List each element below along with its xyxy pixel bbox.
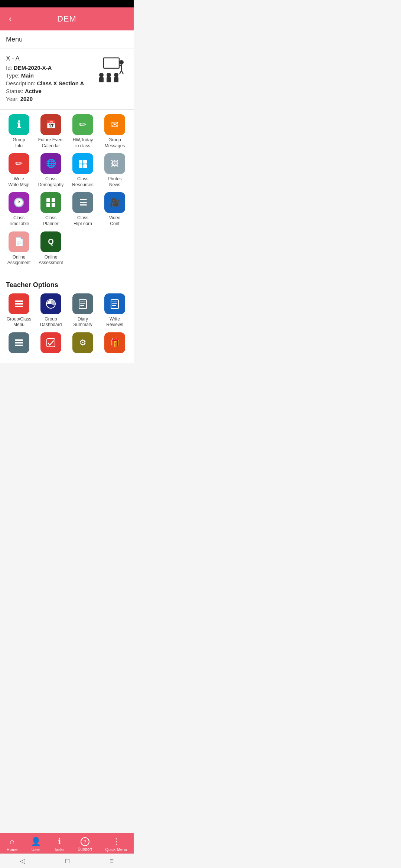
class-resources-label: ClassResources — [72, 176, 93, 188]
year-label: Year: — [6, 96, 19, 102]
grid-item-video-conf[interactable]: 🎥 VideoConf — [100, 192, 130, 227]
main-grid: ℹ GroupInfo 📅 Future EventCalendar ✏ HW,… — [0, 110, 134, 275]
svg-rect-32 — [80, 303, 85, 304]
svg-rect-35 — [112, 302, 117, 302]
class-type-row: Type: Main — [6, 72, 94, 79]
group-messages-label: GroupMessages — [105, 137, 125, 149]
grid-item-teacher-tools[interactable]: ⚙ — [68, 332, 98, 355]
future-event-label: Future EventCalendar — [38, 137, 64, 149]
grid-item-group-class-menu[interactable]: Group/ClassMenu — [4, 293, 34, 328]
svg-rect-33 — [80, 305, 84, 306]
online-assignment-label: OnlineAssignment — [7, 254, 31, 266]
svg-rect-40 — [15, 345, 23, 346]
svg-rect-9 — [99, 77, 104, 82]
grid-item-class-demography[interactable]: 🌐 ClassDemography — [36, 153, 66, 188]
grid-item-online-assignment[interactable]: 📄 OnlineAssignment — [4, 231, 34, 266]
teacher-grid-row-1: Group/ClassMenu GroupDashboard — [3, 293, 131, 328]
class-demography-label: ClassDemography — [38, 176, 64, 188]
class-fliplearn-label: ClassFlipLearn — [74, 215, 92, 227]
svg-rect-17 — [52, 198, 55, 202]
status-bar — [0, 0, 134, 7]
svg-rect-24 — [79, 202, 80, 203]
svg-rect-11 — [114, 77, 118, 82]
teacher-tools-icon: ⚙ — [72, 332, 93, 353]
online-assessment-label: OnlineAssessment — [39, 254, 63, 266]
photos-news-label: PhotosNews — [108, 176, 121, 188]
svg-point-1 — [119, 60, 124, 65]
teacher-illustration-icon — [96, 55, 126, 85]
grid-item-class-resources[interactable]: ClassResources — [68, 153, 98, 188]
svg-rect-28 — [15, 306, 23, 307]
svg-rect-15 — [83, 164, 87, 168]
grid-item-class-timetable[interactable]: 🕐 ClassTimeTable — [4, 192, 34, 227]
status-label: Status: — [6, 88, 23, 94]
teacher-options-title: Teacher Options — [3, 280, 131, 293]
group-info-label: GroupInfo — [13, 137, 25, 149]
grid-item-hw-today[interactable]: ✏ HW,Todayin class — [68, 114, 98, 149]
svg-rect-0 — [104, 58, 119, 68]
app-header: ‹ DEM — [0, 7, 134, 30]
svg-rect-37 — [112, 305, 116, 306]
group-class-menu-label: Group/ClassMenu — [7, 316, 32, 328]
grid-item-group-dashboard[interactable]: GroupDashboard — [36, 293, 66, 328]
class-icon-area — [94, 55, 128, 85]
svg-rect-12 — [79, 160, 82, 164]
group-class-menu-icon — [9, 293, 29, 314]
class-desc-row: Description: Class X Section A — [6, 80, 94, 86]
class-id-value: DEM-2020-X-A — [14, 65, 52, 71]
class-resources-icon — [72, 153, 93, 174]
grid-item-group-info[interactable]: ℹ GroupInfo — [4, 114, 34, 149]
svg-line-4 — [120, 70, 121, 74]
hw-today-label: HW,Todayin class — [73, 137, 93, 149]
svg-rect-36 — [112, 303, 117, 304]
teacher-check-icon — [40, 332, 61, 353]
online-assignment-icon: 📄 — [9, 231, 29, 252]
grid-item-class-fliplearn[interactable]: ClassFlipLearn — [68, 192, 98, 227]
grid-item-diary-summary[interactable]: DiarySummary — [68, 293, 98, 328]
svg-rect-13 — [83, 160, 87, 164]
class-planner-icon — [40, 192, 61, 213]
svg-point-7 — [107, 73, 111, 77]
grid-item-photos-news[interactable]: 🖼 PhotosNews — [100, 153, 130, 188]
grid-item-teacher-list[interactable] — [4, 332, 34, 355]
svg-rect-27 — [15, 303, 23, 305]
class-desc-value: Class X Section A — [37, 80, 84, 86]
write-msg-icon: ✏ — [9, 153, 29, 174]
grid-row-3: 🕐 ClassTimeTable ClassPlanner — [3, 192, 131, 227]
grid-item-write-reviews[interactable]: WriteReviews — [100, 293, 130, 328]
hw-today-icon: ✏ — [72, 114, 93, 135]
class-name: X - A — [6, 55, 94, 62]
group-info-icon: ℹ — [9, 114, 29, 135]
grid-item-write-msg[interactable]: ✏ WriteWrite Msg! — [4, 153, 34, 188]
teacher-gift-icon: 🎁 — [104, 332, 125, 353]
group-messages-icon: ✉ — [104, 114, 125, 135]
svg-rect-14 — [79, 164, 82, 168]
grid-item-online-assessment[interactable]: Q OnlineAssessment — [36, 231, 66, 266]
svg-rect-26 — [15, 300, 23, 302]
diary-summary-icon — [72, 293, 93, 314]
write-msg-label: WriteWrite Msg! — [8, 176, 29, 188]
grid-item-future-event[interactable]: 📅 Future EventCalendar — [36, 114, 66, 149]
svg-rect-16 — [46, 198, 50, 202]
class-year-value: 2020 — [20, 96, 33, 102]
future-event-icon: 📅 — [40, 114, 61, 135]
class-info-section: X - A Id: DEM-2020-X-A Type: Main Descri… — [0, 49, 134, 110]
back-button[interactable]: ‹ — [6, 13, 14, 25]
grid-item-teacher-gift[interactable]: 🎁 — [100, 332, 130, 355]
grid-item-class-planner[interactable]: ClassPlanner — [36, 192, 66, 227]
svg-rect-23 — [79, 199, 80, 200]
svg-point-8 — [114, 73, 118, 77]
grid-item-teacher-check[interactable] — [36, 332, 66, 355]
class-planner-label: ClassPlanner — [43, 215, 58, 227]
video-conf-icon: 🎥 — [104, 192, 125, 213]
grid-item-group-messages[interactable]: ✉ GroupMessages — [100, 114, 130, 149]
diary-summary-label: DiarySummary — [73, 316, 92, 328]
menu-label: Menu — [0, 30, 134, 49]
grid-row-2: ✏ WriteWrite Msg! 🌐 ClassDemography Clas… — [3, 153, 131, 188]
class-info-text: X - A Id: DEM-2020-X-A Type: Main Descri… — [6, 55, 94, 103]
svg-rect-38 — [15, 339, 23, 341]
grid-row-4: 📄 OnlineAssignment Q OnlineAssessment — [3, 231, 131, 266]
header-title: DEM — [57, 14, 76, 24]
svg-rect-31 — [80, 302, 85, 302]
class-timetable-label: ClassTimeTable — [9, 215, 29, 227]
